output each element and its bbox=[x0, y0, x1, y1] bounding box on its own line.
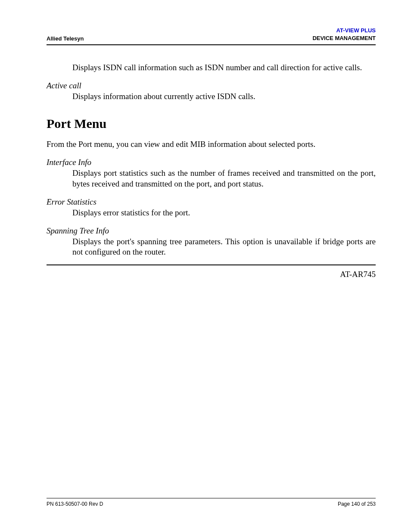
intro-paragraph: Displays ISDN call information such as I… bbox=[72, 62, 376, 73]
term-spanning-tree-info: Spanning Tree Info bbox=[47, 226, 376, 236]
section-heading: Port Menu bbox=[47, 116, 376, 131]
header-section: DEVICE MANAGEMENT bbox=[312, 34, 376, 42]
header-left: Allied Telesyn bbox=[47, 35, 84, 42]
term-error-statistics: Error Statistics bbox=[47, 197, 376, 207]
desc-spanning-tree-info: Displays the port's spanning tree parame… bbox=[72, 236, 376, 258]
footer-left: PN 613-50507-00 Rev D bbox=[47, 501, 103, 507]
model-label: AT-AR745 bbox=[47, 270, 376, 279]
header-product: AT-VIEW PLUS bbox=[312, 27, 376, 34]
content-area: Displays ISDN call information such as I… bbox=[47, 45, 376, 279]
term-active-call: Active call bbox=[47, 81, 376, 90]
desc-active-call: Displays information about currently act… bbox=[72, 91, 376, 102]
section-intro: From the Port menu, you can view and edi… bbox=[47, 140, 376, 149]
term-interface-info: Interface Info bbox=[47, 158, 376, 167]
footer-right: Page 140 of 253 bbox=[338, 501, 376, 507]
desc-interface-info: Displays port statistics such as the num… bbox=[72, 168, 376, 189]
page-footer: PN 613-50507-00 Rev D Page 140 of 253 bbox=[47, 498, 376, 507]
section-divider bbox=[47, 264, 376, 265]
header-right: AT-VIEW PLUS DEVICE MANAGEMENT bbox=[312, 27, 376, 42]
page: Allied Telesyn AT-VIEW PLUS DEVICE MANAG… bbox=[0, 0, 411, 532]
desc-error-statistics: Displays error statistics for the port. bbox=[72, 208, 376, 218]
page-header: Allied Telesyn AT-VIEW PLUS DEVICE MANAG… bbox=[47, 27, 376, 45]
